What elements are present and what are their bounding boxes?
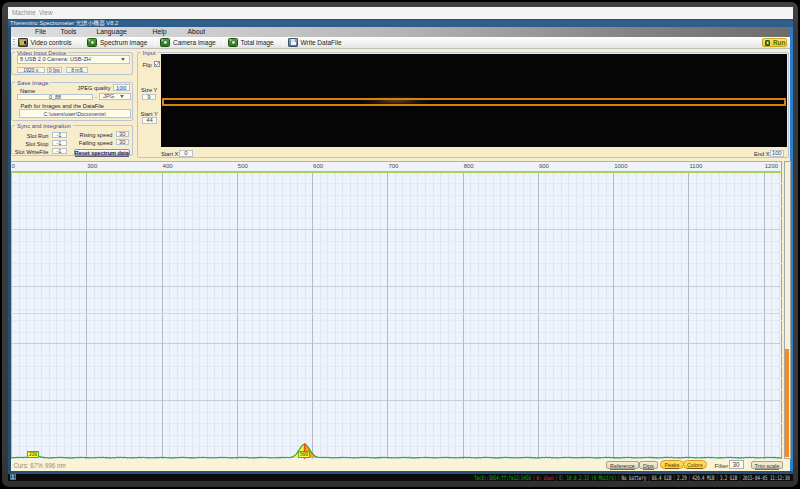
trim-scale-button[interactable]: Trim scale	[751, 461, 784, 470]
chevron-down-icon	[120, 95, 124, 98]
toolbar-button-video-controls[interactable]: Video controls	[31, 37, 72, 48]
toolbar-separator	[155, 38, 156, 47]
x-tick-400: 400	[163, 163, 173, 169]
exposure-value: 8 mS	[66, 67, 88, 73]
vbox-menu-machine[interactable]: Machine	[12, 7, 36, 19]
slot-label: Slot WriteFile	[15, 149, 49, 155]
toolbar-grip[interactable]	[13, 39, 15, 46]
toolbar-separator	[223, 38, 224, 47]
level-indicator	[784, 161, 791, 459]
speed-field[interactable]: 30	[116, 139, 130, 145]
status-line: fec0::5054:ff:fe12:3456|W: down|E: 10.0.…	[474, 474, 790, 482]
status-segment: W: down	[537, 474, 554, 481]
speed-field[interactable]: 30	[116, 131, 130, 137]
run-button[interactable]: Run	[762, 38, 787, 47]
size-y-field[interactable]: 9	[142, 94, 156, 100]
speed-label: Falling speed	[79, 140, 113, 146]
save-image-group: Save Image JPEG quality 100 Name 0_88 . …	[11, 82, 133, 122]
flip-label: Flip	[143, 62, 152, 68]
x-tick-600: 600	[313, 163, 323, 169]
sync-group-title: Sync and integration	[15, 122, 73, 130]
menu-help[interactable]: Help	[153, 27, 167, 37]
x-tick-0: 0	[12, 163, 15, 169]
input-group-title: Input	[141, 49, 158, 57]
scanline-selection[interactable]	[162, 98, 787, 107]
start-x-label: Start X	[161, 151, 178, 157]
status-segment: 2015-04-05 11:12:30	[743, 474, 790, 481]
x-tick-900: 900	[539, 163, 549, 169]
dips-button[interactable]: Dips	[639, 461, 658, 470]
spectrum-camera-icon	[87, 38, 97, 47]
reset-spectrum-button[interactable]: Reset spectrum data	[74, 149, 131, 157]
toolbar-button-camera-image[interactable]: Camera image	[173, 37, 216, 48]
colors-button-label: Colors	[687, 462, 703, 468]
flip-checkbox[interactable]	[154, 61, 160, 67]
dips-button-label: Dips	[643, 463, 654, 469]
window-titlebar[interactable]: Theremino Spectrometer 光譜小機器 V8.2	[8, 19, 793, 27]
menu-tools[interactable]: Tools	[61, 27, 77, 37]
floppy-disk-icon	[288, 38, 298, 47]
toolbar-button-write-datafile[interactable]: Write DataFile	[301, 37, 342, 48]
cursor-readout: Curs: 67% 996 nm	[14, 462, 66, 469]
status-segment: 3.2 GiB	[720, 474, 737, 481]
peaks-button-label: Peaks	[665, 462, 680, 468]
x-tick-1200: 1200	[765, 163, 778, 169]
x-tick-300: 300	[87, 163, 97, 169]
run-button-label: Run	[773, 39, 785, 48]
camera-view[interactable]	[161, 54, 787, 147]
save-image-group-title: Save Image	[15, 79, 50, 87]
end-x-label: End X	[754, 151, 770, 157]
slot-field[interactable]: -1	[52, 140, 67, 146]
x-tick-1100: 1100	[689, 163, 702, 169]
toolbar-button-total-image[interactable]: Total image	[241, 37, 274, 48]
screen: { "colors": { "titlebar_blue": "#2e5f8a"…	[0, 0, 800, 489]
end-x-field[interactable]: 100	[770, 150, 784, 157]
path-field[interactable]: C:\users\user\Documents\	[19, 109, 131, 119]
jpeg-quality-field[interactable]: 100	[113, 84, 131, 92]
video-input-group: Video Input Device 8 USB 2.0 Camera: USB…	[11, 52, 133, 76]
status-segment: No battery	[622, 474, 647, 481]
start-x-field[interactable]: 0	[179, 150, 194, 157]
menu-about[interactable]: About	[188, 27, 206, 37]
vbox-menubar: MachineView	[8, 7, 793, 19]
image-name-field[interactable]: 0_88	[17, 94, 93, 100]
peak-label-590: 590	[298, 451, 310, 459]
resolution-value: 1920 x	[17, 67, 45, 73]
status-segment: 2.29	[677, 474, 687, 481]
app-window: FileToolsLanguageHelpAbout Run Video con…	[11, 27, 791, 471]
status-segment: fec0::5054:ff:fe12:3456	[474, 474, 531, 481]
play-icon	[765, 40, 771, 46]
video-device-select[interactable]: 8 USB 2.0 Camera: USB-ZH	[17, 55, 130, 64]
speed-label: Rising speed	[80, 132, 113, 138]
input-group: Input Flip Size Y 9 Start Y 44 Start X 0…	[137, 52, 790, 158]
slot-field[interactable]: -1	[52, 132, 67, 138]
colors-button[interactable]: Colors	[683, 460, 708, 469]
fps-value: 0 fps	[47, 67, 63, 73]
menu-language[interactable]: Language	[97, 27, 127, 37]
video-controls-icon	[18, 38, 28, 47]
dot-separator: .	[95, 93, 97, 99]
status-segment: E: 10.0.2.15 (0 Mbit/s)	[559, 474, 616, 481]
status-segment: 420.4 MiB	[693, 474, 715, 481]
format-select[interactable]: JPG	[99, 93, 131, 100]
status-segment: 86.4 GiB	[652, 474, 672, 481]
size-y-label: Size Y	[141, 87, 157, 93]
toolbar-button-spectrum-image[interactable]: Spectrum image	[100, 37, 147, 48]
menu-file[interactable]: File	[35, 27, 46, 37]
slot-label: Slot Stop	[25, 141, 48, 147]
spectrum-plot[interactable]: 0300400500600700800900100011001200 23059…	[11, 161, 783, 459]
workspace-button[interactable]: 1	[10, 474, 17, 480]
slot-field[interactable]: -1	[52, 148, 67, 154]
spectrum-curve	[11, 172, 782, 464]
peaks-button[interactable]: Peaks	[660, 460, 684, 469]
start-y-label: Start Y	[141, 111, 158, 117]
toolbar-separator	[82, 38, 83, 47]
bottom-bar: Curs: 67% 996 nm ReferenceDipsPeaksColor…	[11, 459, 791, 471]
reference-button[interactable]: Reference	[606, 461, 639, 470]
toolbar-separator	[283, 38, 284, 47]
filter-field[interactable]: 30	[729, 460, 744, 469]
camera-icon	[160, 38, 170, 47]
vbox-menu-view[interactable]: View	[39, 7, 53, 19]
jpeg-quality-label: JPEG quality	[78, 85, 111, 91]
start-y-field[interactable]: 44	[142, 117, 157, 124]
